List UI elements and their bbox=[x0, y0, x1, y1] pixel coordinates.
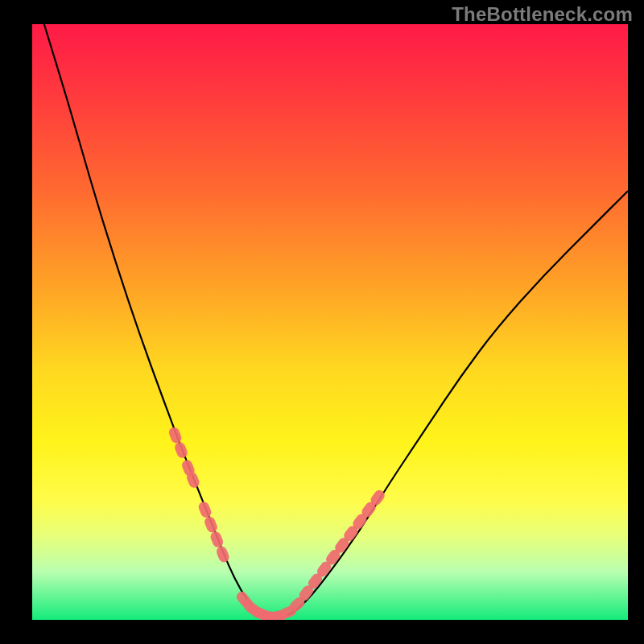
chart-frame: TheBottleneck.com bbox=[0, 0, 644, 644]
highlight-dot bbox=[215, 545, 230, 564]
highlight-dot bbox=[203, 515, 218, 534]
plot-area bbox=[32, 24, 628, 620]
chart-svg bbox=[32, 24, 628, 620]
highlight-dot bbox=[167, 426, 183, 444]
highlight-dot bbox=[173, 440, 188, 459]
highlight-dot bbox=[197, 500, 213, 518]
bottleneck-curve bbox=[44, 24, 628, 617]
highlight-dots-group bbox=[167, 426, 387, 620]
watermark-text: TheBottleneck.com bbox=[452, 3, 633, 26]
highlight-dot bbox=[209, 530, 225, 548]
